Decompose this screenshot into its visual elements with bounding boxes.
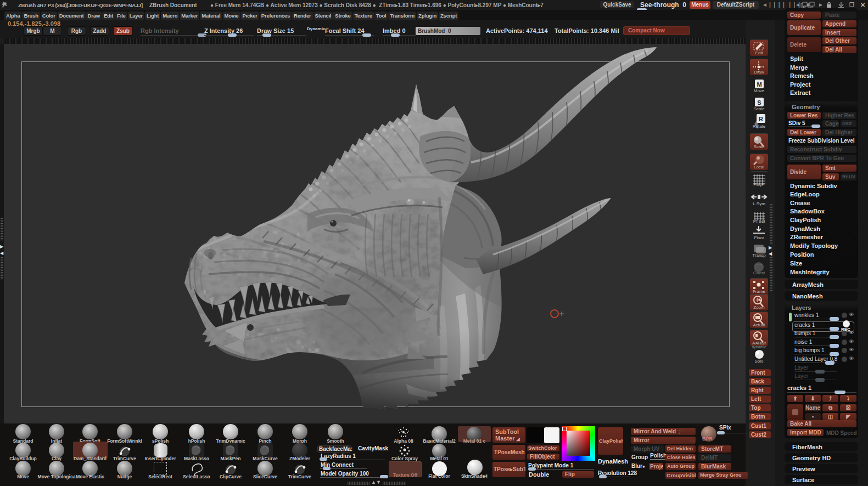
svg-text:R: R bbox=[759, 116, 763, 122]
svg-text:S: S bbox=[757, 99, 761, 106]
svg-text:M: M bbox=[757, 81, 761, 88]
